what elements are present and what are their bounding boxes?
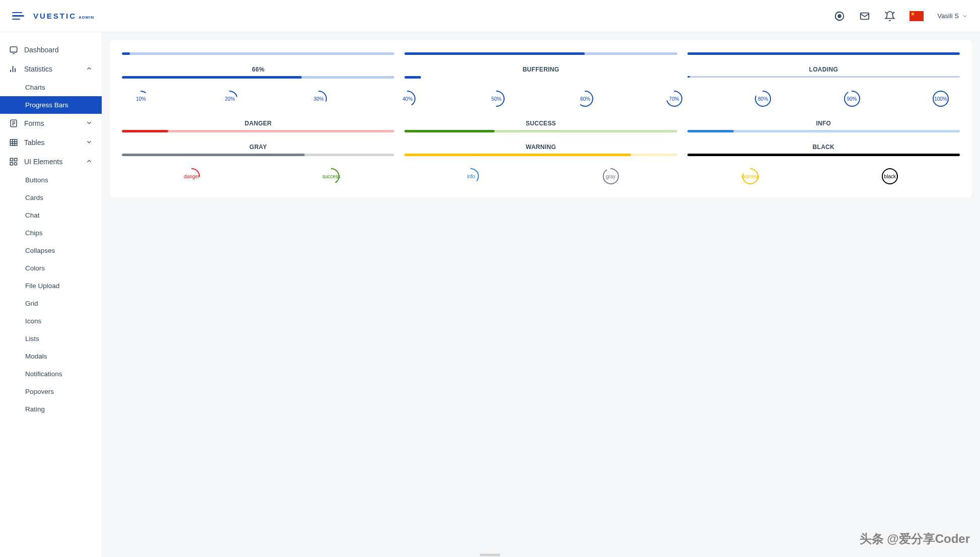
sidebar-item-ui-elements[interactable]: UI Elements: [0, 152, 102, 171]
progress-label: GRAY: [122, 144, 394, 151]
progress-circle-label: gray: [606, 174, 615, 179]
progress-bar: [404, 76, 677, 79]
progress-circle-label: 30%: [314, 96, 324, 102]
user-name: Vasili S: [938, 12, 959, 20]
sidebar-item-lists[interactable]: Lists: [0, 330, 102, 347]
svg-point-1: [838, 15, 841, 18]
sidebar-item-cards[interactable]: Cards: [0, 189, 102, 206]
sidebar-item-chips[interactable]: Chips: [0, 224, 102, 242]
locale-flag[interactable]: [909, 11, 924, 21]
sidebar-item-label: Progress Bars: [25, 101, 68, 109]
sidebar-item-forms[interactable]: Forms: [0, 114, 102, 133]
progress-circle: 80%: [754, 90, 772, 108]
sidebar-item-label: Popovers: [25, 388, 54, 395]
theme-icon[interactable]: [834, 11, 845, 22]
progress-circle-label: black: [884, 174, 896, 179]
chevron-down-icon: [962, 13, 968, 19]
progress-card: 66% BUFFERING LOADING 10% 20% 30% 40%: [110, 40, 972, 197]
svg-rect-8: [10, 163, 13, 165]
sidebar-item-progress-bars[interactable]: Progress Bars: [0, 96, 102, 114]
sidebar-item-tables[interactable]: Tables: [0, 133, 102, 152]
sidebar-item-buttons[interactable]: Buttons: [0, 171, 102, 189]
mail-icon[interactable]: [859, 11, 870, 22]
svg-point-9: [15, 163, 17, 165]
sidebar-item-label: Modals: [25, 353, 47, 360]
progress-circle-label: success: [322, 174, 340, 179]
sidebar-item-icons[interactable]: Icons: [0, 312, 102, 330]
progress-circle-label: 80%: [758, 96, 768, 102]
sidebar-item-grid[interactable]: Grid: [0, 295, 102, 312]
sidebar-item-modals[interactable]: Modals: [0, 347, 102, 365]
stats-icon: [9, 64, 18, 74]
sidebar-item-dashboard[interactable]: Dashboard: [0, 40, 102, 59]
sidebar-item-label: Statistics: [24, 65, 52, 73]
dashboard-icon: [9, 45, 18, 54]
progress-bar: [687, 76, 960, 78]
logo[interactable]: VUESTIC ADMIN: [33, 12, 94, 20]
progress-circle: 100%: [932, 90, 950, 108]
sidebar-item-label: Chips: [25, 229, 43, 237]
progress-bar: [687, 130, 960, 132]
sidebar-item-label: Charts: [25, 84, 45, 91]
progress-bar: [687, 52, 960, 55]
sidebar-item-label: Lists: [25, 335, 39, 342]
sidebar-item-label: UI Elements: [24, 158, 62, 166]
progress-label: SUCCESS: [404, 120, 677, 127]
progress-circle: 40%: [398, 90, 416, 108]
menu-toggle-button[interactable]: [12, 10, 24, 22]
sidebar: Dashboard Statistics Charts Progress Bar…: [0, 32, 102, 557]
sidebar-item-charts[interactable]: Charts: [0, 79, 102, 96]
progress-circle-danger: danger: [183, 167, 201, 185]
progress-circle: 10%: [132, 90, 150, 108]
header: VUESTIC ADMIN Vasili S: [0, 0, 980, 32]
sidebar-item-collapses[interactable]: Collapses: [0, 242, 102, 259]
sidebar-item-chat[interactable]: Chat: [0, 206, 102, 224]
main-content: 66% BUFFERING LOADING 10% 20% 30% 40%: [102, 32, 980, 557]
progress-circle-label: 20%: [225, 96, 235, 102]
svg-rect-5: [10, 140, 17, 146]
sidebar-item-label: Forms: [24, 119, 44, 127]
sidebar-item-label: Chat: [25, 212, 40, 219]
bell-icon[interactable]: [884, 11, 895, 22]
sidebar-item-label: Tables: [24, 138, 44, 147]
progress-label: DANGER: [122, 120, 394, 127]
progress-circle-info: info: [462, 167, 480, 185]
progress-circle-label: 10%: [136, 96, 146, 102]
progress-circle-label: danger: [184, 174, 199, 179]
forms-icon: [9, 119, 18, 128]
sidebar-item-label: Notifications: [25, 370, 62, 378]
progress-bar: [122, 52, 394, 55]
chevron-down-icon: [86, 119, 93, 128]
sidebar-item-colors[interactable]: Colors: [0, 259, 102, 277]
progress-bar: [404, 130, 677, 132]
progress-bar: [122, 130, 394, 132]
chevron-up-icon: [86, 158, 93, 166]
progress-circle: 60%: [576, 90, 594, 108]
sidebar-item-file-upload[interactable]: File Upload: [0, 277, 102, 295]
tables-icon: [9, 138, 18, 147]
logo-text: VUESTIC: [33, 12, 77, 20]
progress-label: BLACK: [687, 144, 960, 151]
svg-rect-6: [10, 158, 13, 161]
sidebar-item-label: Cards: [25, 194, 43, 201]
progress-circle-label: 50%: [492, 96, 502, 102]
progress-circle-gray: gray: [602, 167, 620, 185]
sidebar-item-popovers[interactable]: Popovers: [0, 383, 102, 400]
logo-subtext: ADMIN: [79, 15, 94, 20]
resize-handle[interactable]: [480, 554, 500, 556]
ui-icon: [9, 157, 18, 166]
user-menu[interactable]: Vasili S: [938, 12, 968, 20]
sidebar-item-label: Colors: [25, 264, 45, 272]
svg-rect-7: [15, 158, 17, 161]
progress-circle: 20%: [221, 90, 239, 108]
progress-circle-label: info: [467, 174, 475, 179]
progress-circle-label: 100%: [934, 96, 947, 102]
sidebar-item-label: Dashboard: [24, 46, 59, 54]
sidebar-item-rating[interactable]: Rating: [0, 400, 102, 418]
sidebar-item-statistics[interactable]: Statistics: [0, 59, 102, 79]
progress-circle-warning: warning: [741, 167, 759, 185]
sidebar-item-label: Grid: [25, 300, 38, 307]
chevron-up-icon: [86, 65, 93, 74]
sidebar-item-label: File Upload: [25, 282, 59, 290]
sidebar-item-notifications[interactable]: Notifications: [0, 365, 102, 383]
